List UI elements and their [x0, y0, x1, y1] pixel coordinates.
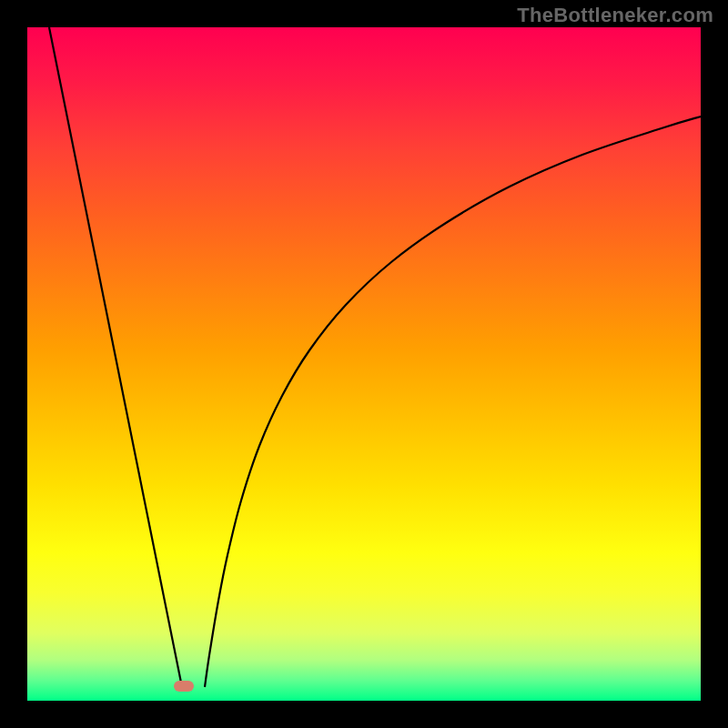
minimum-marker [174, 681, 194, 692]
curve-right-branch [205, 116, 701, 687]
plot-area [27, 27, 701, 701]
chart-container: TheBottleneker.com [0, 0, 728, 728]
curve-svg [27, 27, 701, 701]
watermark-text: TheBottleneker.com [517, 4, 713, 27]
curve-left-branch [49, 27, 182, 687]
